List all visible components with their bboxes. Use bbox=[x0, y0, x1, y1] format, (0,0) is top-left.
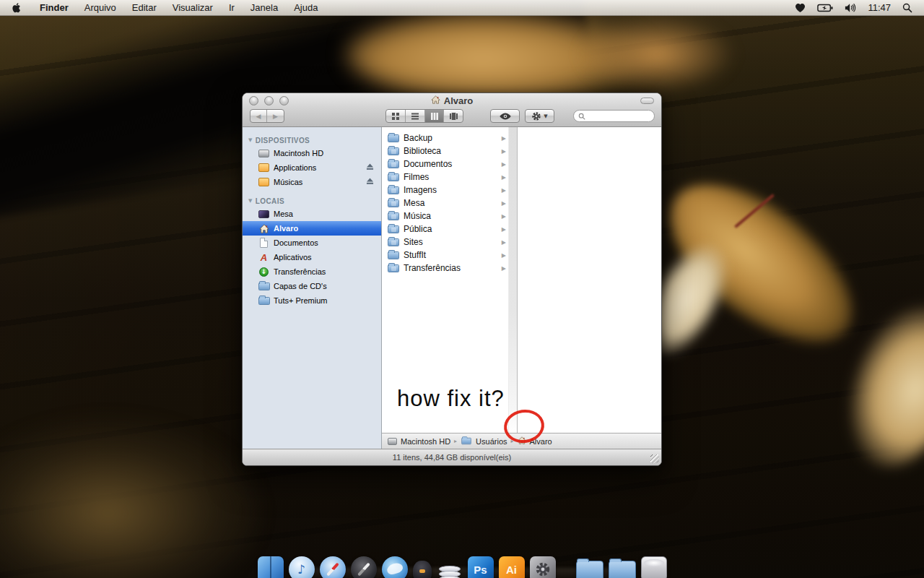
column-scrollbar[interactable] bbox=[508, 127, 517, 433]
folder-row-transferencias[interactable]: Transferências ▶ bbox=[382, 262, 508, 275]
folder-row-biblioteca[interactable]: Biblioteca ▶ bbox=[382, 144, 508, 158]
thunderbird-dock-icon[interactable] bbox=[382, 556, 408, 578]
coverflow-view-button[interactable] bbox=[443, 110, 463, 122]
heart-icon[interactable] bbox=[795, 3, 806, 13]
action-menu-button[interactable]: ▼ bbox=[525, 109, 554, 123]
forward-button[interactable]: ▶ bbox=[267, 110, 284, 122]
folder-icon bbox=[388, 199, 399, 207]
folder-row-imagens[interactable]: Imagens ▶ bbox=[382, 184, 508, 197]
status-bar: 11 itens, 44,84 GB disponível(eis) bbox=[243, 449, 661, 465]
sidebar-item-applications-disk[interactable]: Applications bbox=[243, 160, 381, 175]
folder-row-stuffit[interactable]: StuffIt ▶ bbox=[382, 249, 508, 262]
volume-icon[interactable] bbox=[845, 3, 856, 13]
eject-icon[interactable] bbox=[366, 163, 374, 172]
finder-window: Alvaro ◀ ▶ bbox=[242, 92, 662, 466]
title-bar[interactable]: Alvaro bbox=[243, 93, 661, 108]
eject-icon[interactable] bbox=[366, 178, 374, 186]
disclosure-triangle-icon[interactable]: ▼ bbox=[248, 198, 253, 204]
folder-row-backup[interactable]: Backup ▶ bbox=[382, 131, 508, 144]
applications-icon: A bbox=[258, 252, 269, 263]
folder-row-musica[interactable]: Música ▶ bbox=[382, 210, 508, 223]
back-button[interactable]: ◀ bbox=[250, 110, 267, 122]
resize-grip[interactable] bbox=[650, 454, 659, 463]
menu-bar: Finder Arquivo Editar Visualizar Ir Jane… bbox=[0, 0, 924, 16]
menu-editar[interactable]: Editar bbox=[124, 0, 165, 16]
eye-icon bbox=[499, 112, 512, 121]
sidebar-item-mesa[interactable]: Mesa bbox=[243, 207, 381, 221]
sidebar-item-tuts-premium[interactable]: Tuts+ Premium bbox=[243, 293, 381, 308]
sidebar-item-aplicativos[interactable]: A Aplicativos bbox=[243, 250, 381, 264]
search-icon bbox=[578, 110, 585, 123]
sidebar-item-documentos[interactable]: Documentos bbox=[243, 236, 381, 250]
path-segment-macintosh-hd[interactable]: Macintosh HD bbox=[388, 437, 450, 446]
documents-folder-dock-icon[interactable] bbox=[609, 561, 636, 578]
folder-icon bbox=[388, 134, 399, 142]
sidebar-item-musicas-disk[interactable]: Músicas bbox=[243, 175, 381, 189]
chevron-right-icon: ▶ bbox=[502, 226, 507, 233]
bird-app-dock-icon[interactable] bbox=[413, 561, 432, 578]
folder-row-publica[interactable]: Pública ▶ bbox=[382, 223, 508, 236]
folder-row-filmes[interactable]: Filmes ▶ bbox=[382, 171, 508, 184]
dark-compass-dock-icon[interactable] bbox=[351, 556, 377, 578]
document-icon bbox=[258, 238, 269, 249]
chevron-right-icon: ▶ bbox=[502, 252, 507, 259]
column-view-button[interactable] bbox=[424, 110, 444, 122]
gear-icon bbox=[535, 561, 551, 577]
desktop-icon bbox=[258, 209, 269, 220]
nav-buttons: ◀ ▶ bbox=[250, 109, 284, 123]
safari-dock-icon[interactable] bbox=[320, 556, 346, 578]
photoshop-dock-icon[interactable]: Ps bbox=[468, 556, 494, 578]
menu-ajuda[interactable]: Ajuda bbox=[286, 0, 326, 16]
search-input[interactable] bbox=[588, 112, 646, 121]
home-icon bbox=[431, 95, 440, 106]
chevron-right-icon: ▶ bbox=[502, 213, 507, 220]
menu-janela[interactable]: Janela bbox=[243, 0, 286, 16]
chevron-right-icon: ▶ bbox=[502, 174, 507, 181]
view-switcher bbox=[385, 109, 463, 123]
applications-folder-dock-icon[interactable] bbox=[576, 561, 603, 578]
chevron-right-icon: ▶ bbox=[502, 148, 507, 155]
folder-row-sites[interactable]: Sites ▶ bbox=[382, 236, 508, 249]
close-button[interactable] bbox=[249, 96, 258, 105]
menu-ir[interactable]: Ir bbox=[221, 0, 243, 16]
minimize-button[interactable] bbox=[264, 96, 274, 105]
menu-bar-clock[interactable]: 11:47 bbox=[868, 2, 891, 13]
toolbar-toggle-button[interactable] bbox=[640, 98, 654, 104]
stacks-dock-icon[interactable] bbox=[437, 556, 463, 578]
folder-icon bbox=[461, 438, 471, 444]
illustrator-dock-icon[interactable]: Ai bbox=[499, 556, 525, 578]
trash-dock-icon[interactable] bbox=[641, 556, 667, 578]
battery-icon[interactable] bbox=[817, 4, 833, 12]
sidebar-section-devices[interactable]: ▼ DISPOSITIVOS bbox=[243, 134, 381, 146]
folder-row-mesa[interactable]: Mesa ▶ bbox=[382, 197, 508, 210]
orange-disk-icon bbox=[258, 177, 269, 188]
sidebar-item-macintosh-hd[interactable]: Macintosh HD bbox=[243, 146, 381, 160]
sidebar-item-alvaro[interactable]: Alvaro bbox=[243, 221, 381, 236]
menu-visualizar[interactable]: Visualizar bbox=[165, 0, 221, 16]
icon-view-button[interactable] bbox=[386, 110, 405, 122]
sidebar-section-locais[interactable]: ▼ LOCAIS bbox=[243, 195, 381, 207]
path-segment-usuarios[interactable]: Usuários bbox=[461, 437, 507, 446]
gear-icon bbox=[531, 111, 541, 121]
list-view-button[interactable] bbox=[405, 110, 424, 122]
disclosure-triangle-icon[interactable]: ▼ bbox=[248, 137, 253, 143]
menu-finder[interactable]: Finder bbox=[32, 0, 77, 16]
sidebar-item-transferencias[interactable]: ↓ Transferências bbox=[243, 264, 381, 279]
system-preferences-dock-icon[interactable] bbox=[530, 556, 556, 578]
spotlight-icon[interactable] bbox=[902, 3, 912, 13]
quick-look-button[interactable] bbox=[490, 109, 520, 123]
sidebar: ▼ DISPOSITIVOS Macintosh HD Applications… bbox=[243, 127, 382, 449]
menu-arquivo[interactable]: Arquivo bbox=[77, 0, 124, 16]
apple-menu-icon[interactable] bbox=[12, 2, 22, 14]
toolbar-search[interactable] bbox=[573, 110, 655, 122]
column-2-empty[interactable] bbox=[517, 127, 661, 433]
sidebar-item-capas-de-cds[interactable]: Capas de CD's bbox=[243, 279, 381, 293]
folder-icon bbox=[388, 173, 399, 181]
folder-icon bbox=[388, 160, 399, 168]
folder-icon bbox=[388, 186, 399, 194]
folder-icon bbox=[388, 225, 399, 233]
finder-dock-icon[interactable] bbox=[258, 556, 284, 578]
itunes-dock-icon[interactable]: ♪ bbox=[289, 556, 315, 578]
folder-row-documentos[interactable]: Documentos ▶ bbox=[382, 158, 508, 171]
zoom-button[interactable] bbox=[279, 96, 289, 105]
